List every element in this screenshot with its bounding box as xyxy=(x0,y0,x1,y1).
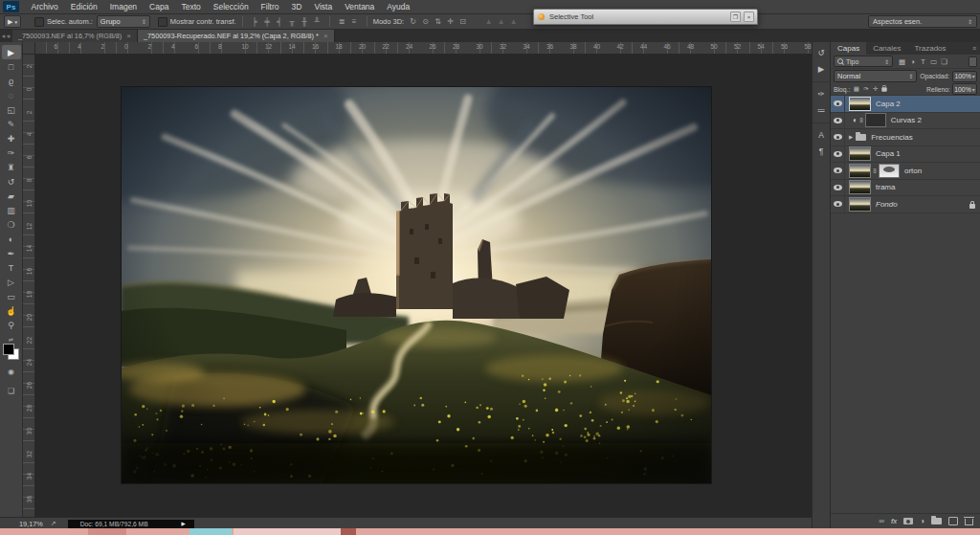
layer-thumbnail[interactable] xyxy=(849,197,871,212)
layer-orton[interactable]: ▶ ◐ ∞ orton xyxy=(831,163,980,180)
tool-move[interactable]: ▶ xyxy=(2,45,21,59)
zoom-level-field[interactable]: 19,17% xyxy=(19,520,43,528)
lock-lock-position[interactable]: ✛ xyxy=(871,85,880,93)
canvas-image[interactable] xyxy=(122,87,711,483)
mask-thumbnail[interactable] xyxy=(865,113,886,127)
opacity-field[interactable]: 100% ▾ xyxy=(952,71,977,82)
screen-mode-button[interactable]: ❏ xyxy=(2,384,21,398)
lock-lock-transparency[interactable]: ▦ xyxy=(852,85,860,93)
layer-frecuencias[interactable]: ▶ ◐ ∞ Frecuencias xyxy=(831,129,980,146)
new-group-icon[interactable] xyxy=(931,518,942,524)
align-align-right-edges[interactable]: ╡ xyxy=(274,17,286,26)
mask-thumbnail[interactable] xyxy=(879,164,900,178)
tool-eraser[interactable]: ▰ xyxy=(2,189,21,203)
menu-item[interactable]: Filtro xyxy=(255,0,285,13)
filter-filter-type-layers[interactable]: T xyxy=(918,57,928,66)
menu-item[interactable]: Texto xyxy=(175,0,207,13)
layer-name[interactable]: Curvas 2 xyxy=(891,116,922,124)
document-tab[interactable]: _7500093-Recuperado.NEF al 19,2% (Capa 2… xyxy=(138,30,335,42)
lock-all-icon[interactable] xyxy=(882,87,887,92)
menu-item[interactable]: Selección xyxy=(207,0,255,13)
layer-name[interactable]: Frecuencias xyxy=(871,133,913,142)
mode3d-3d-drag[interactable]: ⇅ xyxy=(432,17,444,26)
visibility-toggle[interactable] xyxy=(831,129,845,145)
mode3d-3d-scale[interactable]: ⊡ xyxy=(457,17,469,26)
layer-name[interactable]: Capa 2 xyxy=(876,100,901,108)
layer-fondo[interactable]: ▶ ◐ ∞ Fondo xyxy=(831,196,980,213)
selective-tool-window[interactable]: Selective Tool ❐ × xyxy=(533,9,758,25)
show-transform-checkbox[interactable] xyxy=(158,17,167,27)
align-align-horizontal-centers[interactable]: ╪ xyxy=(261,17,274,26)
align-align-vertical-centers[interactable]: ╫ xyxy=(299,17,311,26)
tool-rectangle-shape[interactable]: ▭ xyxy=(2,289,21,303)
expand-triangle-icon[interactable]: ▶ xyxy=(849,134,853,140)
mode3d-3d-rotate[interactable]: ↻ xyxy=(407,17,419,26)
menu-item[interactable]: 3D xyxy=(285,0,308,13)
document-tab[interactable]: _7500093.NEF al 16,7% (RGB/8) × xyxy=(12,30,138,42)
tool-pen[interactable]: ✒ xyxy=(2,246,21,260)
menu-item[interactable]: Edición xyxy=(64,0,103,13)
mask-link-icon[interactable]: ∞ xyxy=(872,167,879,174)
panel-tab[interactable]: Trazados xyxy=(907,42,952,55)
export-icon[interactable]: ↗ xyxy=(51,520,56,527)
menu-item[interactable]: Ventana xyxy=(339,0,381,13)
tool-crop[interactable]: ◱ xyxy=(2,102,21,117)
tool-gradient[interactable]: ▥ xyxy=(2,203,21,217)
tool-zoom[interactable]: ⚲ xyxy=(2,318,21,332)
mask-link-icon[interactable]: ∞ xyxy=(858,117,864,124)
delete-layer-icon[interactable] xyxy=(965,519,973,525)
panel-menu-icon[interactable]: ≡ xyxy=(969,42,980,55)
mode3d-3d-slide[interactable]: ✛ xyxy=(444,17,457,26)
swap-colors-icon[interactable]: ⇄ xyxy=(9,336,13,343)
tool-path-selection[interactable]: ▷ xyxy=(2,275,21,289)
fill-field[interactable]: 100% ▾ xyxy=(952,83,977,95)
lock-lock-pixels[interactable]: ✑ xyxy=(861,85,870,93)
menu-item[interactable]: Ayuda xyxy=(381,0,416,13)
current-tool-button[interactable]: ▶ ▾ xyxy=(4,15,21,28)
panel-actions-panel[interactable]: ▶ xyxy=(813,62,829,75)
new-layer-icon[interactable] xyxy=(948,517,958,525)
layer-capa-2[interactable]: ▶ ◐ ∞ Capa 2 xyxy=(831,96,980,113)
quick-mask-button[interactable]: ◉ xyxy=(2,365,21,379)
layer-name[interactable]: trama xyxy=(876,183,895,191)
tool-dodge[interactable]: ◐ xyxy=(2,232,21,246)
visibility-toggle[interactable] xyxy=(831,146,845,163)
filter-filter-smart-objects[interactable]: ❏ xyxy=(939,57,949,66)
filter-type-dropdown[interactable]: Tipo ⇕ xyxy=(834,56,893,67)
maximize-icon[interactable]: ❐ xyxy=(730,11,741,22)
workspace-switcher[interactable]: Aspectos esen. ⇕ xyxy=(868,15,977,28)
panel-tab[interactable]: Capas xyxy=(831,42,866,55)
layer-thumbnail[interactable] xyxy=(849,146,871,161)
layer-capa-1[interactable]: ▶ ◐ ∞ Capa 1 xyxy=(831,146,980,164)
menu-item[interactable]: Capa xyxy=(144,0,175,13)
tool-hand[interactable]: ☝ xyxy=(2,303,21,318)
menu-item[interactable]: Vista xyxy=(308,0,339,13)
menu-item[interactable]: Archivo xyxy=(25,0,64,13)
link-layers-icon[interactable]: ∞ xyxy=(879,518,884,525)
layer-curvas-2[interactable]: ▶ ◐ ∞ Curvas 2 xyxy=(831,113,980,130)
tool-eyedropper[interactable]: ✎ xyxy=(2,117,21,131)
tool-blur[interactable]: ❍ xyxy=(2,217,21,232)
tool-quick-selection[interactable]: ◌ xyxy=(2,88,21,102)
tool-brush[interactable]: ✑ xyxy=(2,145,21,160)
visibility-toggle[interactable] xyxy=(831,163,845,179)
panel-character-panel[interactable]: A xyxy=(813,123,830,141)
align-align-bottom-edges[interactable]: ╨ xyxy=(311,17,323,26)
layer-name[interactable]: Capa 1 xyxy=(876,149,901,158)
visibility-toggle[interactable] xyxy=(831,96,845,112)
panel-paragraph-panel[interactable]: ¶ xyxy=(813,145,829,157)
photoshop-logo[interactable]: Ps xyxy=(3,1,19,12)
filter-toggle-switch[interactable] xyxy=(969,56,977,67)
visibility-toggle[interactable] xyxy=(831,196,845,212)
close-icon[interactable]: × xyxy=(126,32,131,40)
auto-select-checkbox[interactable] xyxy=(34,17,44,27)
filter-filter-pixel-layers[interactable]: ▦ xyxy=(897,57,907,66)
layer-thumbnail[interactable] xyxy=(849,164,871,178)
tool-spot-healing-brush[interactable]: ✚ xyxy=(2,131,21,145)
menu-item[interactable]: Imagen xyxy=(103,0,143,13)
visibility-toggle[interactable] xyxy=(831,113,845,129)
align-align-top-edges[interactable]: ╥ xyxy=(286,17,299,26)
align-align-left-edges[interactable]: ╞ xyxy=(249,17,261,26)
status-arrow-icon[interactable]: ▶ xyxy=(181,521,185,526)
layer-name[interactable]: Fondo xyxy=(876,200,898,209)
